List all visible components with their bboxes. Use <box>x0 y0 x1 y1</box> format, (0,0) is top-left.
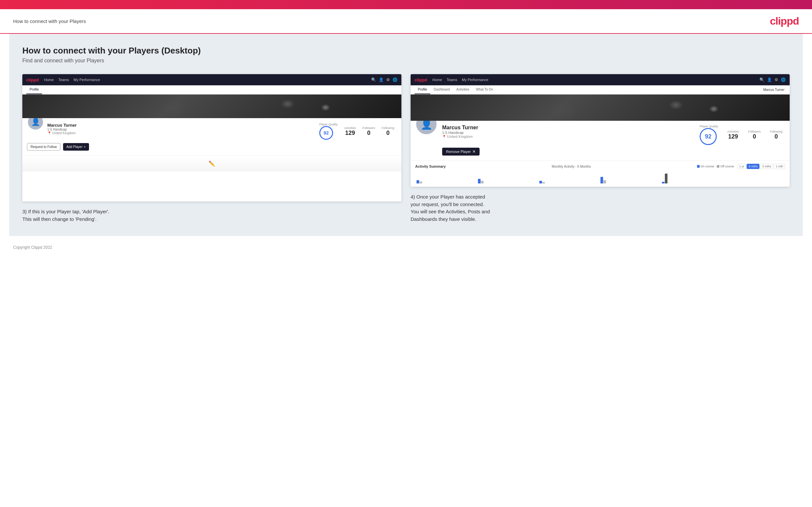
profile-header-image-left <box>22 95 401 118</box>
chart-bar-group-4 <box>601 177 661 183</box>
settings-icon-right[interactable]: ⚙ <box>774 77 778 82</box>
clippd-logo: clippd <box>770 15 799 27</box>
add-player-button[interactable]: Add Player + <box>63 143 89 151</box>
settings-icon-left[interactable]: ⚙ <box>386 77 390 82</box>
chart-bar-group-2 <box>478 179 539 183</box>
chart-bar <box>665 174 667 183</box>
nav-teams-left[interactable]: Teams <box>58 78 69 82</box>
nav-home-left[interactable]: Home <box>44 78 54 82</box>
globe-icon-left[interactable]: 🌐 <box>393 77 398 82</box>
activity-section-right: Activity Summary Monthly Activity - 6 Mo… <box>411 160 790 187</box>
chart-bar <box>481 181 484 183</box>
chart-bar <box>539 181 542 183</box>
content-title: How to connect with your Players (Deskto… <box>22 46 790 56</box>
player-handicap-right: 1-5 Handicap <box>442 130 478 134</box>
on-course-dot <box>697 165 700 168</box>
profile-info-right: 👤 Marcus Turner 1-5 Handicap 📍 United Ki… <box>411 121 790 160</box>
nav-performance-left[interactable]: My Performance <box>73 78 100 82</box>
activities-stat-left: Activities 129 <box>344 126 356 136</box>
user-icon-left[interactable]: 👤 <box>379 77 384 82</box>
user-label-right: Marcus Turner <box>763 88 786 92</box>
golf-texture-left <box>22 95 401 118</box>
chart-bar <box>601 177 603 183</box>
nav-performance-right[interactable]: My Performance <box>462 78 489 82</box>
tab-what-to-on-right[interactable]: What To On <box>473 85 497 94</box>
panels-container: clippd Home Teams My Performance 🔍 👤 ⚙ 🌐 <box>22 74 790 223</box>
followers-value-left: 0 <box>362 130 375 136</box>
activities-value-right: 129 <box>727 133 739 140</box>
time-1mth-button[interactable]: 1 mth <box>773 164 785 169</box>
activity-period-right: Monthly Activity - 6 Months <box>552 165 591 168</box>
legend-off-course: Off course <box>717 165 734 168</box>
main-content: How to connect with your Players (Deskto… <box>9 34 803 236</box>
app-nav-right: Home Teams My Performance <box>432 78 759 82</box>
time-1yr-button[interactable]: 1 yr <box>737 164 746 169</box>
profile-info-left: 👤 Marcus Turner 1-5 Handicap 📍 United Ki… <box>22 118 401 155</box>
location-pin-icon: 📍 <box>47 131 51 135</box>
app-navbar-left: clippd Home Teams My Performance 🔍 👤 ⚙ 🌐 <box>22 74 401 85</box>
chart-bar-group-1 <box>416 180 477 183</box>
app-nav-left: Home Teams My Performance <box>44 78 371 82</box>
pencil-icon-left: ✏️ <box>209 161 215 167</box>
app-logo-left: clippd <box>26 77 39 82</box>
quality-label-right: Player Quality <box>700 125 718 128</box>
avatar-icon-left: 👤 <box>31 118 40 126</box>
header: How to connect with your Players clippd <box>0 9 812 34</box>
chart-bar <box>603 180 606 183</box>
player-location-left: 📍 United Kingdom <box>47 131 77 135</box>
app-tabs-left: Profile <box>22 85 401 95</box>
activity-legend-right: On course Off course <box>697 165 734 168</box>
app-nav-icons-right: 🔍 👤 ⚙ 🌐 <box>759 77 786 82</box>
quality-label-left: Player Quality <box>319 123 338 126</box>
request-follow-button[interactable]: Request to Follow <box>27 143 60 151</box>
tab-dashboard-right[interactable]: Dashboard <box>430 85 453 94</box>
tab-activities-right[interactable]: Activities <box>453 85 472 94</box>
activity-chart-right <box>415 172 785 183</box>
time-buttons-right: 1 yr 6 mths 3 mths 1 mth <box>737 164 785 169</box>
panel-left: clippd Home Teams My Performance 🔍 👤 ⚙ 🌐 <box>22 74 401 223</box>
search-icon-right[interactable]: 🔍 <box>759 77 764 82</box>
quality-value-right: 92 <box>705 133 711 140</box>
time-6mths-button[interactable]: 6 mths <box>747 164 759 169</box>
content-subtitle: Find and connect with your Players <box>22 58 790 64</box>
app-logo-right: clippd <box>414 77 427 82</box>
player-location-right: United Kingdom <box>447 134 473 138</box>
remove-player-button[interactable]: Remove Player ✕ <box>442 148 479 156</box>
app-nav-icons-left: 🔍 👤 ⚙ 🌐 <box>371 77 398 82</box>
app-tabs-right: Profile Dashboard Activities What To On … <box>411 85 790 95</box>
activity-title-right: Activity Summary <box>415 164 446 168</box>
activities-value-left: 129 <box>344 130 356 136</box>
quality-value-left: 92 <box>323 130 329 135</box>
chart-bar-group-3 <box>539 181 600 183</box>
followers-stat-left: Followers 0 <box>362 126 375 136</box>
page-title: How to connect with your Players <box>13 18 86 24</box>
search-icon-left[interactable]: 🔍 <box>371 77 376 82</box>
nav-teams-right[interactable]: Teams <box>447 78 457 82</box>
chart-bar <box>542 182 545 183</box>
tab-profile-right[interactable]: Profile <box>414 85 430 94</box>
chart-bar <box>662 182 664 183</box>
followers-value-right: 0 <box>748 133 761 140</box>
close-icon-remove: ✕ <box>472 149 476 154</box>
activity-header-right: Activity Summary Monthly Activity - 6 Mo… <box>415 164 785 169</box>
mock-app-right: clippd Home Teams My Performance 🔍 👤 ⚙ 🌐 <box>411 74 790 187</box>
panel-right: clippd Home Teams My Performance 🔍 👤 ⚙ 🌐 <box>411 74 790 223</box>
profile-header-image-right <box>411 95 790 121</box>
quality-circle-left: 92 <box>319 126 333 140</box>
globe-icon-right[interactable]: 🌐 <box>781 77 786 82</box>
mock-app-left: clippd Home Teams My Performance 🔍 👤 ⚙ 🌐 <box>22 74 401 202</box>
followers-stat-right: Followers 0 <box>748 130 761 140</box>
player-name-right: Marcus Turner <box>442 125 478 130</box>
tabs-group-right: Profile Dashboard Activities What To On <box>414 85 496 94</box>
footer: Copyright Clippd 2022 <box>0 242 812 255</box>
chart-bar <box>416 180 419 183</box>
chart-bar <box>478 179 480 183</box>
user-icon-right[interactable]: 👤 <box>767 77 772 82</box>
nav-home-right[interactable]: Home <box>432 78 442 82</box>
golf-texture-right <box>411 95 790 121</box>
quality-circle-right: 92 <box>700 128 717 145</box>
panel-left-description: 3) If this is your Player tap, 'Add Play… <box>22 208 401 223</box>
following-value-left: 0 <box>382 130 394 136</box>
tab-profile-left[interactable]: Profile <box>26 85 42 94</box>
time-3mths-button[interactable]: 3 mths <box>760 164 773 169</box>
